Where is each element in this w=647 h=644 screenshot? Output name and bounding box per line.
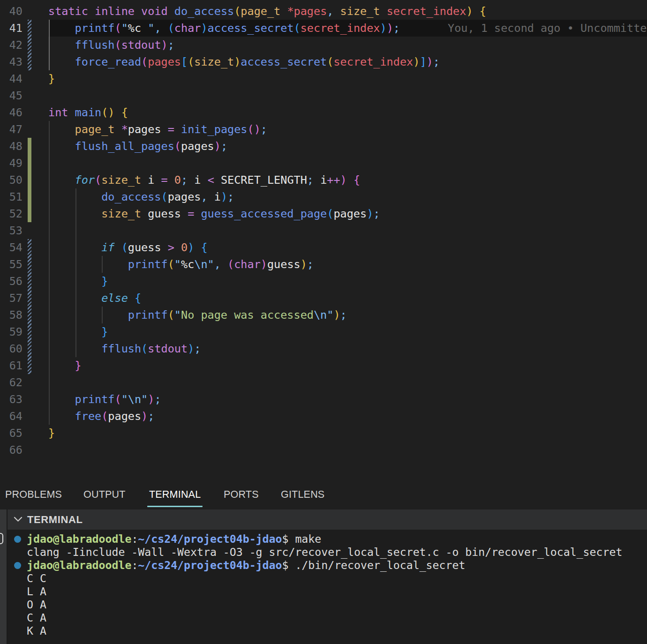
- code-line-47[interactable]: 47 page_t *pages = init_pages();: [0, 121, 647, 138]
- line-number: 62: [0, 374, 23, 391]
- code-text: for(size_t i = 0; i < SECRET_LENGTH; i++…: [48, 172, 360, 188]
- panel-tab-terminal[interactable]: TERMINAL: [149, 483, 201, 506]
- code-line-56[interactable]: 56 }: [0, 273, 647, 290]
- code-text: force_read(pages[(size_t)access_secret(s…: [48, 53, 440, 70]
- code-line-61[interactable]: 61 }: [0, 357, 647, 374]
- code-text: printf("%c ", (char)access_secret(secret…: [48, 20, 400, 37]
- terminal-row: L A: [8, 585, 647, 598]
- chevron-down-icon: [13, 514, 23, 524]
- code-line-40[interactable]: 40static inline void do_access(page_t *p…: [0, 3, 647, 20]
- code-text: printf("%c\n", (char)guess);: [48, 256, 314, 273]
- line-number: 50: [0, 172, 23, 188]
- code-text: int main() {: [48, 104, 128, 121]
- code-text: free(pages);: [48, 408, 154, 425]
- line-number: 42: [0, 37, 23, 53]
- panel-left-strip: [0, 509, 7, 644]
- code-line-46[interactable]: 46int main() {: [0, 104, 647, 121]
- line-number: 48: [0, 138, 23, 155]
- code-line-44[interactable]: 44}: [0, 70, 647, 87]
- code-text: size_t guess = guess_accessed_page(pages…: [48, 205, 380, 222]
- terminal-text: O A: [27, 598, 46, 611]
- code-line-52[interactable]: 52 size_t guess = guess_accessed_page(pa…: [0, 205, 647, 222]
- terminal-text: jdao@labradoodle:~/cs24/project04b-jdao$…: [27, 532, 321, 546]
- line-number: 45: [0, 87, 23, 104]
- line-number: 59: [0, 323, 23, 340]
- line-number: 65: [0, 425, 23, 442]
- terminal-output[interactable]: jdao@labradoodle:~/cs24/project04b-jdao$…: [8, 530, 647, 644]
- line-number: 46: [0, 104, 23, 121]
- code-line-43[interactable]: 43 force_read(pages[(size_t)access_secre…: [0, 53, 647, 70]
- code-line-45[interactable]: 45: [0, 87, 647, 104]
- code-line-66[interactable]: 66: [0, 442, 647, 458]
- code-line-42[interactable]: 42 fflush(stdout);: [0, 37, 647, 53]
- line-number: 53: [0, 222, 23, 239]
- line-number: 52: [0, 205, 23, 222]
- panel-tab-output[interactable]: OUTPUT: [83, 483, 126, 506]
- terminal-row: jdao@labradoodle:~/cs24/project04b-jdao$…: [8, 532, 647, 546]
- terminal-row: K A: [8, 624, 647, 637]
- code-line-65[interactable]: 65}: [0, 425, 647, 442]
- line-number: 40: [0, 3, 23, 20]
- terminal-section-header[interactable]: TERMINAL: [0, 509, 647, 530]
- code-line-41[interactable]: 41 printf("%c ", (char)access_secret(sec…: [0, 20, 647, 37]
- code-text: if (guess > 0) {: [48, 239, 208, 256]
- terminal-row: C C: [8, 572, 647, 585]
- line-number: 63: [0, 391, 23, 408]
- code-line-64[interactable]: 64 free(pages);: [0, 408, 647, 425]
- terminal-text: K A: [27, 624, 46, 637]
- terminal-section-title: TERMINAL: [27, 509, 83, 530]
- terminal-scroll-pill: [0, 533, 3, 544]
- line-number: 57: [0, 290, 23, 307]
- code-text: page_t *pages = init_pages();: [48, 121, 267, 138]
- line-number: 64: [0, 408, 23, 425]
- code-text: fflush(stdout);: [48, 340, 201, 357]
- line-number: 61: [0, 357, 23, 374]
- line-number: 58: [0, 307, 23, 323]
- code-line-48[interactable]: 48 flush_all_pages(pages);: [0, 138, 647, 155]
- line-number: 49: [0, 155, 23, 172]
- code-text: fflush(stdout);: [48, 37, 174, 53]
- code-text: }: [48, 425, 55, 442]
- panel-tab-problems[interactable]: PROBLEMS: [5, 483, 62, 506]
- line-number: 66: [0, 442, 23, 458]
- code-text: do_access(pages, i);: [48, 188, 234, 205]
- command-decoration-dot[interactable]: [14, 536, 21, 543]
- panel-tab-bar: PROBLEMSOUTPUTTERMINALPORTSGITLENS: [0, 483, 647, 509]
- code-editor[interactable]: 40static inline void do_access(page_t *p…: [0, 0, 647, 483]
- line-number: 51: [0, 188, 23, 205]
- line-number: 44: [0, 70, 23, 87]
- terminal-text: jdao@labradoodle:~/cs24/project04b-jdao$…: [27, 559, 465, 572]
- code-line-51[interactable]: 51 do_access(pages, i);: [0, 188, 647, 205]
- code-line-59[interactable]: 59 }: [0, 323, 647, 340]
- terminal-row: O A: [8, 598, 647, 611]
- terminal-text: C C: [27, 572, 46, 585]
- command-decoration-dot[interactable]: [14, 562, 21, 569]
- code-line-55[interactable]: 55 printf("%c\n", (char)guess);: [0, 256, 647, 273]
- line-number: 41: [0, 20, 23, 37]
- panel-tab-ports[interactable]: PORTS: [224, 483, 259, 506]
- code-text: else {: [48, 290, 141, 307]
- code-line-60[interactable]: 60 fflush(stdout);: [0, 340, 647, 357]
- line-number: 55: [0, 256, 23, 273]
- panel-tab-gitlens[interactable]: GITLENS: [281, 483, 324, 506]
- terminal-text: C A: [27, 611, 46, 624]
- line-number: 43: [0, 53, 23, 70]
- code-line-63[interactable]: 63 printf("\n");: [0, 391, 647, 408]
- line-number: 60: [0, 340, 23, 357]
- line-number: 47: [0, 121, 23, 138]
- gitlens-inline-blame: You, 1 second ago • Uncommitted changes: [448, 20, 647, 37]
- code-line-49[interactable]: 49: [0, 155, 647, 172]
- code-line-54[interactable]: 54 if (guess > 0) {: [0, 239, 647, 256]
- code-line-62[interactable]: 62: [0, 374, 647, 391]
- code-line-53[interactable]: 53: [0, 222, 647, 239]
- code-text: }: [48, 70, 55, 87]
- code-line-58[interactable]: 58 printf("No page was accessed\n");: [0, 307, 647, 323]
- code-text: flush_all_pages(pages);: [48, 138, 227, 155]
- code-line-50[interactable]: 50 for(size_t i = 0; i < SECRET_LENGTH; …: [0, 172, 647, 188]
- code-text: }: [48, 323, 108, 340]
- terminal-row: jdao@labradoodle:~/cs24/project04b-jdao$…: [8, 559, 647, 572]
- code-line-57[interactable]: 57 else {: [0, 290, 647, 307]
- code-text: printf("No page was accessed\n");: [48, 307, 347, 323]
- code-text: }: [48, 357, 82, 374]
- terminal-row: C A: [8, 611, 647, 624]
